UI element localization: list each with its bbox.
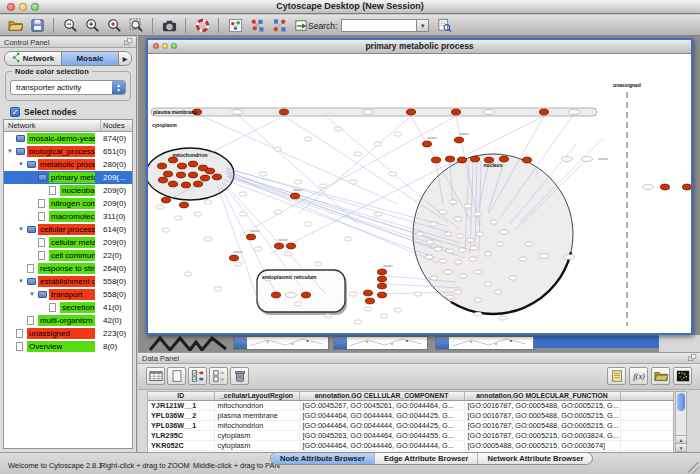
table-cell[interactable]: [GO:0044464, GO:0044444, GO:0044425, G..… <box>299 410 464 420</box>
attribute-table-icon[interactable] <box>146 367 165 385</box>
node-color-dropdown[interactable]: transporter activity ▲▼ <box>10 80 126 95</box>
disclosure-triangle-icon[interactable]: ▼ <box>18 278 24 285</box>
disclosure-triangle-icon[interactable]: ▼ <box>29 291 35 298</box>
table-column-header[interactable]: ID <box>148 392 214 400</box>
tree-row[interactable]: mosaic-demo-yeast874(0) <box>4 132 132 145</box>
vizmapper-icon[interactable] <box>247 17 267 34</box>
tab-mosaic[interactable]: Mosaic <box>61 52 118 65</box>
table-row[interactable]: YKR052Ccytoplasm[GO:0044464, GO:0044446,… <box>148 440 674 450</box>
table-cell[interactable]: YKR052C <box>148 440 214 450</box>
tree-row[interactable]: nucleobase-209(0) <box>4 184 132 197</box>
help-icon[interactable] <box>192 17 212 34</box>
status-welcome: Welcome to Cytoscape 2.8.1 <box>8 461 102 470</box>
background-network-preview[interactable] <box>148 336 230 351</box>
tree-row[interactable]: cell communicat22(0) <box>4 249 132 262</box>
select-nodes-checkbox[interactable]: ✓ <box>10 107 20 117</box>
tab-node-attribute-browser[interactable]: Node Attribute Browser <box>271 453 374 464</box>
tree-row[interactable]: cellular metabol209(0) <box>4 236 132 249</box>
tree-row[interactable]: ▼cellular process614(0) <box>4 223 132 236</box>
table-scrollbar[interactable]: ▲ ▼ <box>675 391 687 452</box>
tab-network[interactable]: Network <box>5 52 61 65</box>
zoom-in-icon[interactable] <box>82 17 102 34</box>
tab-overflow-icon[interactable]: ▶ <box>118 52 131 65</box>
advanced-search-icon[interactable] <box>435 18 453 34</box>
network-view-window[interactable]: primary metabolic process plasma membran… <box>146 38 693 335</box>
table-row[interactable]: YPL036W__2plasma membrane[GO:0044464, GO… <box>148 410 674 420</box>
table-cell[interactable]: [GO:0016787, GO:0005215, GO:0003824, G..… <box>464 430 620 440</box>
notes-icon[interactable] <box>607 367 626 385</box>
tree-row[interactable]: macromolecule311(0) <box>4 210 132 223</box>
table-column-header[interactable]: annotation.GO MOLECULAR_FUNCTION <box>464 392 620 400</box>
table-cell[interactable]: cytoplasm <box>214 430 299 440</box>
table-row[interactable]: YLR295Ccytoplasm[GO:0045263, GO:0044464,… <box>148 430 674 440</box>
disclosure-triangle-icon[interactable]: ▼ <box>18 161 24 168</box>
table-cell[interactable]: cytoplasm <box>214 440 299 450</box>
tree-row[interactable]: unassigned223(0) <box>4 327 132 340</box>
table-cell[interactable]: [GO:0016787, GO:0005488, GO:0005215, G..… <box>464 420 620 430</box>
open-file-icon[interactable] <box>5 17 25 34</box>
network-window-titlebar[interactable]: primary metabolic process <box>148 40 691 54</box>
table-row[interactable]: YJR121W__1mitochondrion[GO:0045267, GO:0… <box>148 400 674 410</box>
unselect-attributes-icon[interactable] <box>209 367 228 385</box>
background-window[interactable] <box>333 336 428 350</box>
scroll-down-icon[interactable]: ▼ <box>676 443 686 451</box>
table-cell[interactable]: mitochondrion <box>214 420 299 430</box>
table-cell[interactable]: mitochondrion <box>214 400 299 410</box>
tab-edge-attribute-browser[interactable]: Edge Attribute Browser <box>374 453 478 464</box>
annotation-icon[interactable] <box>225 17 245 34</box>
table-cell[interactable]: YPL036W__1 <box>148 420 214 430</box>
filter-icon[interactable] <box>269 17 289 34</box>
tree-row[interactable]: ▼establishment of lo558(0) <box>4 275 132 288</box>
tree-row[interactable]: nitrogen compo209(0) <box>4 197 132 210</box>
snapshot-icon[interactable] <box>159 17 179 34</box>
tree-row[interactable]: ▼transport558(0) <box>4 288 132 301</box>
table-cell[interactable]: [GO:0045263, GO:0044464, GO:0044455, G..… <box>299 430 464 440</box>
disclosure-triangle-icon[interactable]: ▼ <box>18 226 24 233</box>
search-dropdown-arrow-icon[interactable]: ▼ <box>417 19 429 32</box>
table-column-header[interactable]: annotation.GO CELLULAR_COMPONENT <box>299 392 464 400</box>
background-window[interactable] <box>233 336 329 350</box>
scroll-up-icon[interactable]: ▲ <box>676 435 686 443</box>
search-input[interactable] <box>341 19 417 32</box>
network-canvas[interactable]: plasma membranecytoplasmmitochondrionnuc… <box>148 54 691 333</box>
zoom-fit-icon[interactable] <box>126 17 146 34</box>
table-cell[interactable]: YJR121W__1 <box>148 400 214 410</box>
delete-attribute-icon[interactable] <box>230 367 249 385</box>
new-attribute-icon[interactable] <box>167 367 186 385</box>
tree-row[interactable]: ▼primary metabo209(... <box>4 171 132 184</box>
disclosure-triangle-icon[interactable]: ▼ <box>29 174 35 181</box>
zoom-out-icon[interactable] <box>60 17 80 34</box>
table-cell[interactable]: plasma membrane <box>214 410 299 420</box>
tree-row[interactable]: ▼biological_process651(0) <box>4 145 132 158</box>
scrollbar-thumb[interactable] <box>677 393 685 411</box>
table-cell[interactable]: [GO:0044464, GO:0044446, GO:0044444, G..… <box>299 440 464 450</box>
table-cell[interactable]: [GO:0044464, GO:0044444, GO:0044425, G..… <box>299 420 464 430</box>
formula-icon[interactable]: f(x) <box>629 367 648 385</box>
matrix-icon[interactable] <box>673 367 692 385</box>
select-attributes-icon[interactable] <box>188 367 207 385</box>
node-count: 223(0) <box>103 328 126 339</box>
disclosure-triangle-icon[interactable]: ▼ <box>7 148 13 155</box>
tree-row[interactable]: Overview8(0) <box>4 340 132 353</box>
zoom-selected-icon[interactable] <box>104 17 124 34</box>
table-column-header[interactable]: _cellularLayoutRegion <box>214 392 299 400</box>
tree-row[interactable]: secretion41(0) <box>4 301 132 314</box>
save-session-icon[interactable] <box>27 17 47 34</box>
float-panel-icon[interactable] <box>124 38 133 46</box>
table-cell[interactable]: YLR295C <box>148 430 214 440</box>
table-cell[interactable]: [GO:0005488, GO:0005215, GO:0003674] <box>464 440 620 450</box>
table-cell[interactable]: YPL036W__2 <box>148 410 214 420</box>
background-window[interactable] <box>435 336 534 350</box>
table-cell[interactable]: [GO:0016787, GO:0005488, GO:0005215, G..… <box>464 400 620 410</box>
resize-grip[interactable] <box>688 462 699 473</box>
table-cell[interactable]: [GO:0045267, GO:0045261, GO:0044464, G..… <box>299 400 464 410</box>
tree-row[interactable]: response to stimul264(0) <box>4 262 132 275</box>
float-panel-icon[interactable] <box>688 354 697 362</box>
import-attributes-icon[interactable] <box>651 367 670 385</box>
tab-network-attribute-browser[interactable]: Network Attribute Browser <box>477 453 592 464</box>
table-cell[interactable]: [GO:0016787, GO:0005488, GO:0005215, G..… <box>464 410 620 420</box>
table-row[interactable]: YPL036W__1mitochondrion[GO:0044464, GO:0… <box>148 420 674 430</box>
tree-row[interactable]: multi-organism pro42(0) <box>4 314 132 327</box>
tree-header[interactable]: Network Nodes <box>4 120 132 132</box>
tree-row[interactable]: ▼metabolic process280(0) <box>4 158 132 171</box>
